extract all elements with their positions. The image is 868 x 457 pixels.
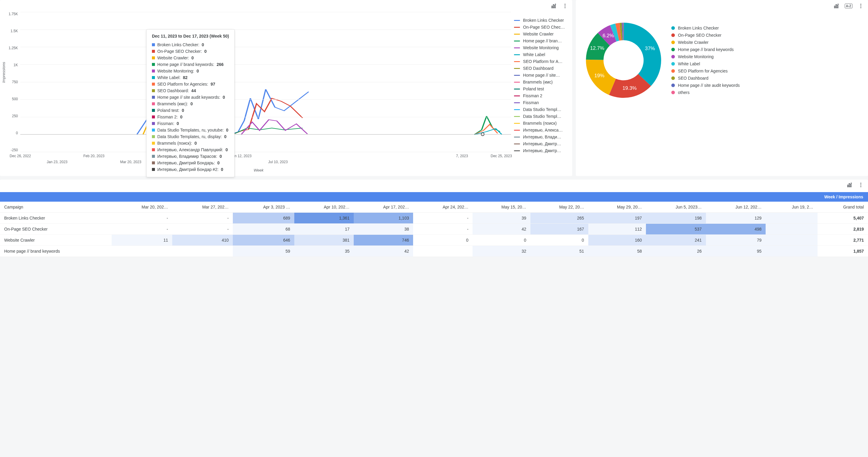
tooltip-title: Dec 11, 2023 to Dec 17, 2023 (Week 50) xyxy=(152,34,229,38)
table-column-header[interactable]: Mar 20, 202… xyxy=(112,202,172,213)
legend-item[interactable]: Broken Links Checker xyxy=(514,18,566,23)
svg-rect-7 xyxy=(834,6,835,8)
svg-point-6 xyxy=(565,7,566,8)
chart-options-icon[interactable] xyxy=(833,3,839,9)
svg-rect-2 xyxy=(555,5,556,8)
table-column-header[interactable]: Jun 5, 2023… xyxy=(646,202,706,213)
legend-item[interactable]: Website Monitoring xyxy=(514,45,566,50)
svg-point-3 xyxy=(555,4,556,5)
table-row[interactable]: Broken Links Checker--6891,3611,103-3926… xyxy=(0,213,868,224)
table-column-header[interactable]: Jun 12, 202… xyxy=(706,202,766,213)
svg-rect-0 xyxy=(552,6,553,8)
chart-options-icon[interactable] xyxy=(551,3,557,9)
legend-item[interactable]: Интервью, Дмитр… xyxy=(514,148,566,153)
legend-item[interactable]: Интервью, Алекса… xyxy=(514,128,566,132)
legend-item[interactable]: On-Page SEO Chec… xyxy=(514,25,566,30)
legend-item[interactable]: Website Crawler xyxy=(671,40,740,45)
legend-item[interactable]: Poland test xyxy=(514,87,566,91)
svg-rect-19 xyxy=(847,185,848,187)
legend-item[interactable]: Website Monitoring xyxy=(671,54,740,59)
legend-item[interactable]: White Label xyxy=(671,61,740,66)
legend-item[interactable]: Home page // site… xyxy=(514,73,566,77)
table-column-header[interactable]: Apr 17, 202… xyxy=(354,202,413,213)
table-column-header[interactable]: Apr 3, 2023 … xyxy=(233,202,294,213)
legend-item[interactable]: Brammels (поиск) xyxy=(514,121,566,126)
table-column-header[interactable]: Apr 24, 202… xyxy=(413,202,472,213)
table-column-header[interactable]: Apr 10, 202… xyxy=(294,202,354,213)
x-axis-ticks: Dec 26, 2022Feb 20, 2023Apr 17, 2023Jun … xyxy=(20,154,511,169)
svg-rect-1 xyxy=(553,4,554,8)
x-axis-label: Week xyxy=(6,168,511,172)
svg-point-13 xyxy=(860,7,861,8)
chart-tooltip: Dec 11, 2023 to Dec 17, 2023 (Week 50) B… xyxy=(146,29,235,177)
table-column-header[interactable]: Jun 19, 2… xyxy=(766,202,817,213)
legend-item[interactable]: Home page // bran… xyxy=(514,38,566,43)
svg-text:19.3%: 19.3% xyxy=(623,85,637,91)
legend-item[interactable]: On-Page SEO Checker xyxy=(671,33,740,38)
y-axis-label: Impressions xyxy=(1,62,6,83)
legend-item[interactable]: Интервью, Влади… xyxy=(514,134,566,139)
legend-item[interactable]: Broken Links Checker xyxy=(671,26,740,30)
svg-point-10 xyxy=(838,4,839,5)
legend-item[interactable]: others xyxy=(671,90,740,95)
svg-rect-8 xyxy=(836,4,837,8)
donut-legend: Broken Links CheckerOn-Page SEO CheckerW… xyxy=(671,26,740,95)
table-column-header[interactable]: Mar 27, 202… xyxy=(172,202,233,213)
legend-item[interactable]: White Label xyxy=(514,52,566,57)
svg-text:37%: 37% xyxy=(645,46,655,51)
chart-options-icon[interactable] xyxy=(846,182,852,188)
table-row[interactable]: Website Crawler1141064638174600016024179… xyxy=(0,235,868,246)
table-row[interactable]: Home page // brand keywords5935423251582… xyxy=(0,246,868,257)
legend-item[interactable]: SEO Dashboard xyxy=(671,76,740,80)
svg-rect-20 xyxy=(849,184,850,187)
table-column-header[interactable]: Campaign xyxy=(0,202,112,213)
more-options-icon[interactable] xyxy=(858,182,864,188)
svg-rect-21 xyxy=(850,184,851,187)
sort-az-icon[interactable]: A‹Z xyxy=(845,4,852,8)
donut-chart[interactable]: 37%19.3%19%12.7%6.2% xyxy=(582,19,665,102)
svg-text:12.7%: 12.7% xyxy=(590,45,604,51)
svg-rect-9 xyxy=(837,5,838,8)
svg-point-24 xyxy=(860,184,861,185)
legend-item[interactable]: Website Crawler xyxy=(514,32,566,36)
line-chart-legend: Broken Links CheckerOn-Page SEO Chec…Web… xyxy=(514,12,566,170)
impressions-table-card: Week / Impressions CampaignMar 20, 202…M… xyxy=(0,179,868,257)
svg-text:19%: 19% xyxy=(595,73,605,78)
svg-text:6.2%: 6.2% xyxy=(602,33,614,38)
legend-item[interactable]: Интервью, Дмитр… xyxy=(514,141,566,146)
table-row[interactable]: On-Page SEO Checker--681738-421671125374… xyxy=(0,224,868,235)
impressions-donut-card: A‹Z 37%19.3%19%12.7%6.2% Broken Links Ch… xyxy=(576,0,868,176)
line-chart-plot[interactable]: Impressions 1.75K1.5K1.25K1K7505002500-2… xyxy=(6,12,511,170)
table-column-header[interactable]: May 29, 20… xyxy=(588,202,646,213)
svg-point-11 xyxy=(860,4,861,5)
impressions-line-chart-card: Impressions 1.75K1.5K1.25K1K7505002500-2… xyxy=(0,0,572,176)
y-axis-ticks: 1.75K1.5K1.25K1K7505002500-250 xyxy=(6,12,18,152)
legend-item[interactable]: SEO Dashboard xyxy=(514,66,566,71)
legend-item[interactable]: Fissman 2 xyxy=(514,93,566,98)
svg-point-12 xyxy=(860,5,861,6)
impressions-table[interactable]: CampaignMar 20, 202…Mar 27, 202…Apr 3, 2… xyxy=(0,202,868,257)
svg-point-25 xyxy=(860,186,861,187)
more-options-icon[interactable] xyxy=(858,3,864,9)
table-column-header[interactable]: May 22, 20… xyxy=(530,202,588,213)
svg-point-22 xyxy=(851,183,852,184)
legend-item[interactable]: Home page // site audit keywords xyxy=(671,83,740,88)
more-options-icon[interactable] xyxy=(562,3,568,9)
table-column-header[interactable]: Grand total xyxy=(817,202,868,213)
table-column-header[interactable]: May 15, 20… xyxy=(472,202,530,213)
legend-item[interactable]: Home page // brand keywords xyxy=(671,47,740,52)
legend-item[interactable]: Data Studio Templ… xyxy=(514,114,566,119)
svg-point-4 xyxy=(565,4,566,5)
legend-item[interactable]: Data Studio Templ… xyxy=(514,107,566,112)
table-title-bar: Week / Impressions xyxy=(0,192,868,202)
legend-item[interactable]: Fissman xyxy=(514,100,566,105)
legend-item[interactable]: SEO Platform for A… xyxy=(514,59,566,64)
legend-item[interactable]: Brammels (кмс) xyxy=(514,80,566,85)
svg-point-23 xyxy=(860,183,861,184)
legend-item[interactable]: SEO Platform for Agencies xyxy=(671,69,740,73)
svg-point-5 xyxy=(565,5,566,6)
